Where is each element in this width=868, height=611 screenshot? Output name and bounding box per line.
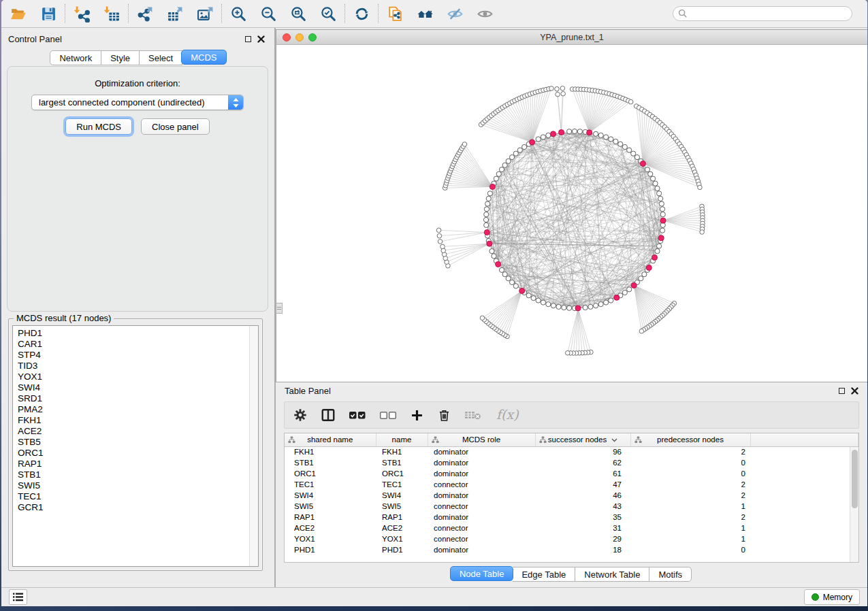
tab-edge-table[interactable]: Edge Table [513, 567, 575, 582]
control-panel: Control Panel NetworkStyleSelectMCDS Opt… [1, 28, 276, 587]
tab-network-table[interactable]: Network Table [575, 567, 649, 582]
optimization-criterion-select[interactable]: largest connected component (undirected) [31, 95, 244, 110]
application-window: Control Panel NetworkStyleSelectMCDS Opt… [1, 0, 867, 606]
table-row[interactable]: TEC1TEC1connector472 [285, 479, 858, 490]
maximize-window-button[interactable] [308, 33, 317, 42]
zoom-fit-icon[interactable] [288, 3, 308, 24]
mcds-panel: Optimization criterion: largest connecte… [7, 66, 268, 312]
create-column-icon[interactable] [410, 408, 424, 423]
table-row[interactable]: SWI5SWI5connector431 [285, 501, 858, 512]
run-mcds-button[interactable]: Run MCDS [65, 118, 132, 135]
show-columns-icon[interactable] [321, 408, 336, 423]
close-window-button[interactable] [283, 33, 291, 42]
mcds-result-item[interactable]: SWI4 [13, 382, 258, 393]
select-all-columns-icon[interactable] [349, 409, 366, 421]
import-table-icon[interactable] [101, 3, 122, 24]
memory-button[interactable]: Memory [804, 589, 860, 605]
mcds-result-item[interactable]: GCR1 [13, 502, 258, 513]
function-builder-icon-disabled: f(x) [495, 406, 522, 424]
close-panel-icon[interactable] [257, 35, 265, 43]
tab-style[interactable]: Style [101, 50, 140, 65]
view-group [385, 3, 495, 24]
close-table-panel-icon[interactable] [851, 387, 858, 395]
table-panel-header: Table Panel [276, 382, 867, 399]
list-scrollbar[interactable] [249, 326, 258, 566]
open-session-icon[interactable] [8, 3, 29, 24]
splitter-grip[interactable] [276, 303, 283, 314]
import-network-icon[interactable] [71, 3, 92, 24]
mcds-result-item[interactable]: STP4 [13, 350, 258, 361]
mcds-result-list[interactable]: PHD1CAR1STP4TID3YOX1SWI4SRD1PMA2FKH1ACE2… [12, 325, 259, 567]
mcds-result-item[interactable]: RAP1 [13, 459, 258, 469]
float-panel-icon[interactable] [245, 36, 251, 42]
mcds-result-item[interactable]: ACE2 [13, 426, 258, 437]
shared-column-icon [539, 436, 547, 445]
refresh-icon[interactable] [351, 3, 372, 24]
table-scrollbar-thumb[interactable] [852, 450, 858, 508]
control-panel-header: Control Panel [1, 31, 274, 46]
mcds-result-item[interactable]: PMA2 [13, 404, 258, 415]
table-row[interactable]: PHD1PHD1dominator180 [285, 544, 858, 555]
tab-select[interactable]: Select [140, 50, 182, 65]
table-scrollbar[interactable] [850, 447, 858, 562]
column-header-shared-name[interactable]: shared name [285, 433, 376, 446]
column-header-successor-nodes[interactable]: successor nodes [535, 433, 630, 446]
mcds-result-item[interactable]: PHD1 [13, 326, 258, 339]
export-image-icon[interactable] [195, 3, 215, 24]
mcds-result-item[interactable]: YOX1 [13, 371, 258, 382]
shared-column-icon [288, 436, 295, 445]
memory-status-icon [811, 593, 819, 601]
table-row[interactable]: FKH1FKH1dominator962 [285, 446, 858, 457]
export-network-icon[interactable] [135, 3, 155, 24]
table-row[interactable]: RAP1RAP1dominator352 [285, 512, 858, 523]
mcds-result-item[interactable]: TEC1 [13, 491, 258, 502]
table-row[interactable]: STB1STB1dominator620 [285, 457, 858, 468]
tab-node-table[interactable]: Node Table [450, 566, 514, 581]
table-settings-icon[interactable] [293, 408, 308, 423]
mcds-result-item[interactable]: TID3 [13, 361, 258, 371]
network-view-window: YPA_prune.txt_1 [276, 29, 867, 382]
file-group [8, 3, 59, 24]
mcds-result-item[interactable]: ORC1 [13, 448, 258, 459]
node-table-container: shared namenameMCDS rolesuccessor nodesp… [284, 433, 859, 563]
close-panel-button[interactable]: Close panel [141, 118, 210, 135]
search-input[interactable] [673, 6, 852, 21]
unselect-all-columns-icon[interactable] [379, 409, 397, 421]
mcds-result-item[interactable]: CAR1 [13, 339, 258, 350]
mcds-result-item[interactable]: FKH1 [13, 415, 258, 426]
table-row[interactable]: ACE2ACE2connector311 [285, 523, 858, 533]
zoom-in-icon[interactable] [228, 3, 248, 24]
column-header-mcds-role[interactable]: MCDS role [428, 433, 535, 446]
mcds-result-item[interactable]: STB1 [13, 469, 258, 480]
export-table-icon[interactable] [165, 3, 185, 24]
mcds-result-item[interactable]: SWI5 [13, 480, 258, 491]
duplicate-network-icon[interactable] [385, 3, 405, 24]
table-panel-title: Table Panel [285, 386, 331, 396]
minimize-window-button[interactable] [295, 33, 304, 42]
mcds-result-item[interactable]: STB5 [13, 437, 258, 448]
network-canvas[interactable] [276, 45, 867, 382]
task-history-button[interactable] [9, 589, 27, 605]
table-row[interactable]: YOX1YOX1connector291 [285, 533, 858, 544]
table-row[interactable]: SWI4SWI4dominator462 [285, 490, 858, 501]
main-toolbar [1, 0, 867, 28]
table-row[interactable]: ORC1ORC1dominator610 [285, 468, 858, 479]
refresh-group [351, 3, 372, 24]
network-window-titlebar: YPA_prune.txt_1 [276, 30, 867, 45]
tab-motifs[interactable]: Motifs [649, 567, 692, 582]
save-session-icon[interactable] [38, 3, 59, 24]
network-window-title: YPA_prune.txt_1 [540, 33, 604, 42]
zoom-selected-icon[interactable] [318, 3, 338, 24]
delete-column-icon[interactable] [437, 408, 451, 423]
shared-column-icon [634, 436, 642, 445]
tab-mcds[interactable]: MCDS [181, 50, 226, 65]
column-header-name[interactable]: name [376, 433, 428, 446]
float-table-panel-icon[interactable] [839, 388, 845, 394]
zoom-out-icon[interactable] [258, 3, 278, 24]
mcds-result-item[interactable]: SRD1 [13, 393, 258, 404]
column-header-predecessor-nodes[interactable]: predecessor nodes [630, 433, 750, 446]
show-all-icon[interactable] [475, 3, 495, 24]
tab-network[interactable]: Network [50, 50, 101, 65]
first-neighbors-icon[interactable] [415, 3, 435, 24]
hide-selected-icon[interactable] [445, 3, 465, 24]
